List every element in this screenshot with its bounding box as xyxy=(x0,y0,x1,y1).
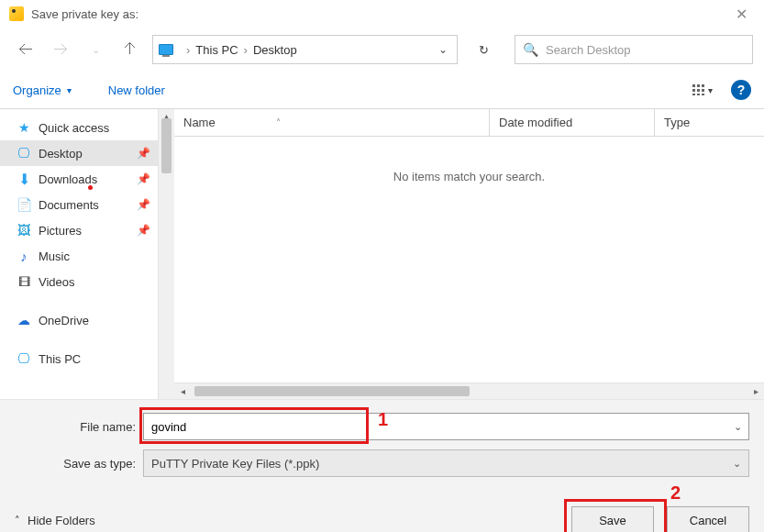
nav-row: 🡠 🡢 ⌄ 🡡 › This PC › Desktop ⌄ ↻ 🔍 Search… xyxy=(0,28,764,73)
chevron-right-icon: › xyxy=(186,43,190,57)
sidebar-item-label: Pictures xyxy=(39,224,82,238)
sidebar: ★ Quick access 🖵 Desktop 📌 ⬇ Downloads 📌… xyxy=(0,109,158,399)
search-placeholder: Search Desktop xyxy=(546,43,631,57)
sidebar-item-music[interactable]: ♪ Music xyxy=(0,243,158,269)
app-icon xyxy=(9,6,24,21)
scroll-right-icon[interactable]: ▸ xyxy=(747,383,764,399)
sort-asc-icon: ˄ xyxy=(276,117,281,127)
pin-icon: 📌 xyxy=(137,172,150,185)
monitor-icon: 🖵 xyxy=(17,351,31,366)
scroll-left-icon[interactable]: ◂ xyxy=(174,383,191,399)
file-list: Name ˄ Date modified Type No items match… xyxy=(174,109,764,399)
chevron-down-icon[interactable]: ⌄ xyxy=(734,421,742,433)
cancel-label: Cancel xyxy=(690,514,726,527)
file-name-field[interactable]: ⌄ 1 xyxy=(143,413,749,440)
column-name[interactable]: Name ˄ xyxy=(174,116,489,129)
hide-folders-label: Hide Folders xyxy=(28,514,95,527)
sidebar-item-label: OneDrive xyxy=(39,314,89,327)
column-date-modified[interactable]: Date modified xyxy=(489,109,654,136)
new-folder-label: New folder xyxy=(108,83,165,97)
chevron-up-icon: ˄ xyxy=(15,515,20,526)
file-name-label: File name: xyxy=(15,420,143,434)
form-area: File name: ⌄ 1 Save as type: PuTTY Priva… xyxy=(0,399,764,495)
column-headers: Name ˄ Date modified Type xyxy=(174,109,764,137)
refresh-button[interactable]: ↻ xyxy=(469,35,498,64)
star-icon: ★ xyxy=(17,120,31,135)
pin-icon: 📌 xyxy=(137,198,150,211)
column-label: Name xyxy=(183,116,216,129)
sidebar-scrollbar[interactable]: ▴ xyxy=(158,109,174,399)
forward-button[interactable]: 🡢 xyxy=(48,37,73,62)
close-icon[interactable]: ✕ xyxy=(728,2,755,27)
save-button[interactable]: Save xyxy=(571,506,654,532)
sidebar-item-videos[interactable]: 🎞 Videos xyxy=(0,269,158,294)
toolbar: Organize ▾ New folder ▾ ? xyxy=(0,73,764,109)
save-label: Save xyxy=(599,514,626,527)
music-icon: ♪ xyxy=(17,249,31,263)
annotation-1: 1 xyxy=(378,409,388,430)
list-horizontal-scrollbar[interactable]: ◂ ▸ xyxy=(174,382,764,399)
body: ★ Quick access 🖵 Desktop 📌 ⬇ Downloads 📌… xyxy=(0,109,764,399)
breadcrumb-root[interactable]: This PC xyxy=(195,43,238,57)
sidebar-item-label: Music xyxy=(39,249,70,263)
chevron-right-icon: › xyxy=(244,43,248,57)
search-input[interactable]: 🔍 Search Desktop xyxy=(515,35,753,64)
empty-list-message: No items match your search. xyxy=(174,137,764,382)
sidebar-item-label: This PC xyxy=(39,352,81,366)
sidebar-item-pictures[interactable]: 🖼 Pictures 📌 xyxy=(0,217,158,243)
sidebar-item-desktop[interactable]: 🖵 Desktop 📌 xyxy=(0,140,158,166)
sidebar-item-quick-access[interactable]: ★ Quick access xyxy=(0,115,158,140)
column-type[interactable]: Type xyxy=(654,109,764,136)
chevron-down-icon: ▾ xyxy=(708,85,713,95)
breadcrumb-folder[interactable]: Desktop xyxy=(253,43,297,57)
pictures-icon: 🖼 xyxy=(17,223,31,238)
video-icon: 🎞 xyxy=(17,274,31,289)
sidebar-item-this-pc[interactable]: 🖵 This PC xyxy=(0,346,158,371)
back-button[interactable]: 🡠 xyxy=(13,37,39,62)
save-as-type-combo[interactable]: PuTTY Private Key Files (*.ppk) ⌄ xyxy=(143,449,749,477)
sidebar-item-label: Desktop xyxy=(39,147,83,161)
pin-icon: 📌 xyxy=(137,224,150,237)
save-as-type-field[interactable]: PuTTY Private Key Files (*.ppk) ⌄ xyxy=(143,449,749,477)
window-title: Save private key as: xyxy=(31,7,138,21)
column-label: Date modified xyxy=(499,116,572,129)
hide-folders-button[interactable]: ˄ Hide Folders xyxy=(15,514,95,527)
recent-locations-button[interactable]: ⌄ xyxy=(83,37,108,62)
view-options-button[interactable]: ▾ xyxy=(687,79,718,101)
grid-icon xyxy=(692,84,705,95)
titlebar: Save private key as: ✕ xyxy=(0,0,764,28)
sidebar-item-documents[interactable]: 📄 Documents 📌 xyxy=(0,192,158,217)
save-as-type-label: Save as type: xyxy=(15,457,143,471)
sidebar-item-label: Videos xyxy=(39,275,75,289)
column-label: Type xyxy=(664,116,690,129)
sidebar-item-label: Documents xyxy=(39,198,99,212)
help-button[interactable]: ? xyxy=(731,80,751,100)
document-icon: 📄 xyxy=(17,197,31,212)
chevron-down-icon[interactable]: ⌄ xyxy=(438,43,448,56)
file-name-input[interactable] xyxy=(143,413,749,440)
sidebar-item-onedrive[interactable]: ☁ OneDrive xyxy=(0,307,158,333)
chevron-down-icon: ▾ xyxy=(67,85,72,95)
scroll-thumb[interactable] xyxy=(194,386,470,396)
footer: ˄ Hide Folders Save 2 Cancel xyxy=(0,495,764,532)
monitor-icon: 🖵 xyxy=(17,146,31,161)
download-icon: ⬇ xyxy=(17,172,31,186)
chevron-down-icon[interactable]: ⌄ xyxy=(733,458,741,470)
sidebar-item-label: Quick access xyxy=(39,121,109,135)
save-as-type-value: PuTTY Private Key Files (*.ppk) xyxy=(151,457,319,471)
up-button[interactable]: 🡡 xyxy=(117,37,143,62)
empty-text: No items match your search. xyxy=(393,170,545,183)
breadcrumb[interactable]: › This PC › Desktop ⌄ xyxy=(152,35,458,64)
sidebar-item-label: Downloads xyxy=(39,172,97,186)
sidebar-item-downloads[interactable]: ⬇ Downloads 📌 xyxy=(0,166,158,192)
new-folder-button[interactable]: New folder xyxy=(108,83,165,97)
monitor-icon xyxy=(159,44,173,55)
cloud-icon: ☁ xyxy=(17,313,31,327)
pin-icon: 📌 xyxy=(137,147,150,160)
organize-menu[interactable]: Organize ▾ xyxy=(13,83,72,97)
organize-label: Organize xyxy=(13,83,61,97)
search-icon: 🔍 xyxy=(523,42,538,57)
scroll-thumb[interactable] xyxy=(161,118,172,173)
cancel-button[interactable]: Cancel xyxy=(667,506,749,532)
dot-indicator xyxy=(88,185,93,190)
